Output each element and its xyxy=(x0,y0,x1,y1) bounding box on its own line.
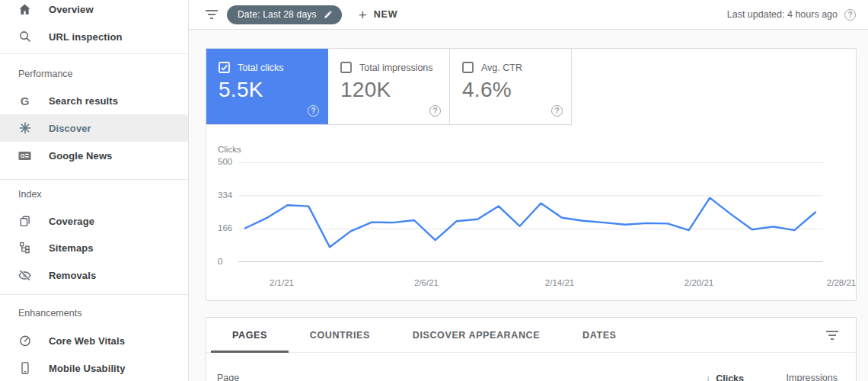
sidebar-divider xyxy=(0,53,188,54)
metric-cards-row: Total clicks 5.5K ? Total impressions 12… xyxy=(206,49,572,125)
metric-value: 120K xyxy=(340,78,439,102)
column-header-impressions[interactable]: Impressions xyxy=(744,373,838,381)
clicks-series-line xyxy=(245,198,815,248)
table-filter-icon[interactable] xyxy=(825,318,839,352)
sidebar-item-label: Search results xyxy=(49,95,118,107)
metric-label: Total impressions xyxy=(359,62,433,73)
metric-label: Avg. CTR xyxy=(481,62,522,73)
help-icon[interactable]: ? xyxy=(844,9,856,21)
sidebar-item-sitemaps[interactable]: Sitemaps xyxy=(0,234,188,261)
topbar: Date: Last 28 days + NEW Last updated: 4… xyxy=(189,0,868,30)
sidebar-item-google-news[interactable]: G Google News xyxy=(0,142,188,169)
tab-dates[interactable]: DATES xyxy=(561,318,637,352)
sidebar-item-removals[interactable]: Removals xyxy=(0,261,188,289)
edit-pencil-icon[interactable] xyxy=(324,10,333,19)
visibility-off-icon xyxy=(18,268,32,283)
sidebar-item-label: Discover xyxy=(49,123,91,134)
smartphone-icon xyxy=(18,361,32,376)
sidebar: Overview URL inspection Performance G Se… xyxy=(0,0,189,381)
sidebar-section-enhancements: Enhancements xyxy=(18,308,81,319)
metric-label: Total clicks xyxy=(238,62,283,73)
sidebar-item-label: Sitemaps xyxy=(49,242,94,254)
home-icon xyxy=(18,2,32,17)
sidebar-item-label: Overview xyxy=(49,4,94,15)
sidebar-item-discover[interactable]: Discover xyxy=(0,114,188,142)
sort-arrow-icon: ↓ xyxy=(706,373,711,381)
tab-discover-appearance[interactable]: DISCOVER APPEARANCE xyxy=(391,318,561,352)
x-axis-tick: 2/14/21 xyxy=(545,278,574,287)
date-range-label: Date: Last 28 days xyxy=(238,9,317,20)
help-icon[interactable]: ? xyxy=(308,105,319,117)
column-header-clicks[interactable]: ↓ Clicks xyxy=(706,373,744,381)
metric-card-avg-ctr[interactable]: Avg. CTR 4.6% ? xyxy=(450,49,572,125)
sidebar-item-label: Removals xyxy=(49,270,96,281)
sidebar-section-index: Index xyxy=(18,189,42,200)
checkbox-unchecked-icon[interactable] xyxy=(462,62,474,73)
dimension-table-card: PAGES COUNTRIES DISCOVER APPEARANCE DATE… xyxy=(206,317,857,381)
performance-chart-card: Total clicks 5.5K ? Total impressions 12… xyxy=(206,48,857,301)
svg-text:G: G xyxy=(21,152,25,159)
x-axis-tick: 2/6/21 xyxy=(414,278,439,287)
sidebar-item-search-results[interactable]: G Search results xyxy=(0,87,188,114)
sidebar-item-mobile-usability[interactable]: Mobile Usability xyxy=(0,354,188,381)
y-axis-tick: 334 xyxy=(218,190,238,200)
clicks-line-chart xyxy=(238,162,823,262)
tab-pages[interactable]: PAGES xyxy=(211,318,289,352)
sidebar-item-label: Core Web Vitals xyxy=(49,335,125,347)
sidebar-item-label: Coverage xyxy=(49,216,94,227)
metric-value: 4.6% xyxy=(462,78,560,102)
help-icon[interactable]: ? xyxy=(551,105,563,117)
y-axis-tick: 500 xyxy=(218,157,238,166)
y-axis-unit-label: Clicks xyxy=(218,145,241,154)
metric-card-total-impressions[interactable]: Total impressions 120K ? xyxy=(328,49,450,125)
x-axis-tick: 2/28/21 xyxy=(827,278,856,287)
search-icon xyxy=(18,30,32,44)
column-header-page: Page xyxy=(217,373,706,381)
y-axis-tick: 0 xyxy=(218,257,238,266)
metric-value: 5.5K xyxy=(219,78,317,102)
filter-icon[interactable] xyxy=(204,8,219,21)
dimension-tabs: PAGES COUNTRIES DISCOVER APPEARANCE DATE… xyxy=(206,318,856,353)
sidebar-item-url-inspection[interactable]: URL inspection xyxy=(0,23,188,50)
new-button-label: NEW xyxy=(374,9,398,20)
sidebar-item-overview[interactable]: Overview xyxy=(0,0,188,23)
sidebar-item-core-web-vitals[interactable]: Core Web Vitals xyxy=(0,327,188,354)
google-g-icon: G xyxy=(18,94,32,108)
sidebar-item-coverage[interactable]: Coverage xyxy=(0,207,188,235)
sitemap-tree-icon xyxy=(18,241,32,255)
checkbox-checked-icon[interactable] xyxy=(219,62,230,73)
gauge-icon xyxy=(18,334,32,348)
sidebar-item-label: Mobile Usability xyxy=(49,363,126,374)
sidebar-item-label: Google News xyxy=(49,150,112,162)
x-axis-tick: 2/1/21 xyxy=(270,278,294,287)
news-icon: G xyxy=(18,149,32,163)
last-updated-text: Last updated: 4 hours ago xyxy=(727,9,838,20)
last-updated-status: Last updated: 4 hours ago ? xyxy=(727,9,856,21)
sidebar-divider xyxy=(0,179,188,180)
tab-countries[interactable]: COUNTRIES xyxy=(289,318,391,352)
sidebar-section-performance: Performance xyxy=(18,69,73,79)
plus-icon: + xyxy=(359,8,367,22)
sidebar-item-label: URL inspection xyxy=(49,31,123,43)
help-icon[interactable]: ? xyxy=(429,105,441,117)
x-axis-tick: 2/20/21 xyxy=(685,278,713,287)
table-header-row: Page ↓ Clicks Impressions xyxy=(206,353,856,381)
checkbox-unchecked-icon[interactable] xyxy=(340,62,352,73)
coverage-pages-icon xyxy=(18,214,32,229)
sidebar-divider xyxy=(0,294,188,295)
y-axis-tick: 166 xyxy=(218,223,238,232)
new-filter-button[interactable]: + NEW xyxy=(359,8,398,22)
date-range-filter-chip[interactable]: Date: Last 28 days xyxy=(227,5,342,24)
metric-card-total-clicks[interactable]: Total clicks 5.5K ? xyxy=(206,49,328,125)
discover-asterisk-icon xyxy=(18,121,32,136)
